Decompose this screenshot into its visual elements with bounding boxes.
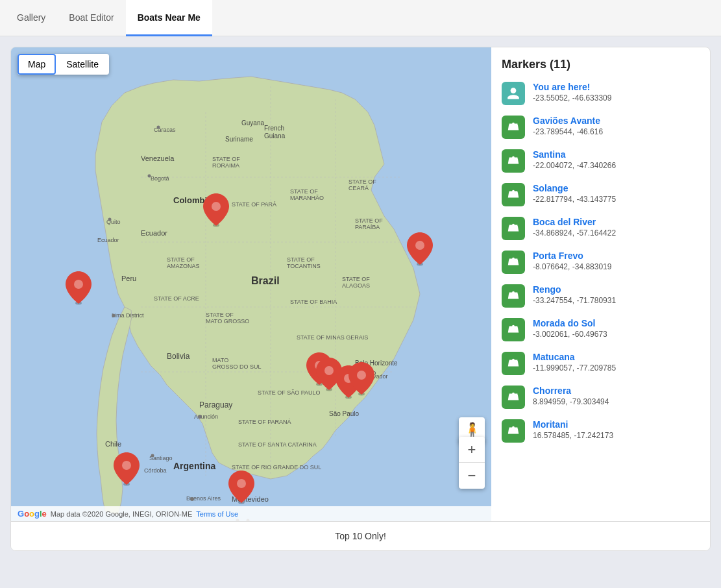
marker-icon-5	[502, 251, 525, 274]
svg-point-64	[415, 241, 424, 250]
marker-info-7: Morada do Sol-3.002061, -60.49673	[533, 318, 700, 339]
svg-text:STATE OF: STATE OF	[342, 276, 370, 282]
marker-name-9[interactable]: Chorrera	[533, 386, 700, 396]
marker-name-5[interactable]: Porta Frevo	[533, 251, 700, 261]
svg-text:Bolivia: Bolivia	[167, 352, 190, 361]
marker-name-1[interactable]: Gaviões Avante	[533, 116, 700, 126]
svg-text:GROSSO DO SUL: GROSSO DO SUL	[212, 363, 262, 370]
marker-name-10[interactable]: Moritani	[533, 419, 700, 430]
svg-text:STATE OF: STATE OF	[167, 256, 195, 263]
svg-point-83	[198, 415, 202, 419]
marker-item-3[interactable]: Solange-22.817794, -43.143775	[502, 183, 700, 206]
svg-text:STATE OF PARÁ: STATE OF PARÁ	[232, 201, 276, 208]
svg-text:RORAIMA: RORAIMA	[212, 162, 239, 169]
svg-text:STATE OF: STATE OF	[206, 312, 234, 318]
svg-text:ALAGOAS: ALAGOAS	[342, 282, 370, 289]
tab-boat-editor[interactable]: Boat Editor	[57, 0, 125, 36]
zoom-out-button[interactable]: −	[459, 463, 485, 489]
svg-text:STATE OF: STATE OF	[287, 256, 315, 263]
marker-item-0[interactable]: You are here!-23.55052, -46.633309	[502, 82, 700, 105]
marker-name-8[interactable]: Matucana	[533, 352, 700, 362]
svg-text:Asunción: Asunción	[194, 413, 218, 420]
svg-text:STATE OF SANTA CATARINA: STATE OF SANTA CATARINA	[238, 441, 317, 448]
terms-link[interactable]: Terms of Use	[196, 510, 238, 518]
svg-text:STATE OF: STATE OF	[212, 156, 240, 162]
bottom-bar[interactable]: Top 10 Only!	[11, 521, 710, 550]
svg-point-66	[74, 280, 83, 289]
map-footer: Google Map data ©2020 Google, INEGI, ORI…	[11, 506, 491, 521]
marker-name-6[interactable]: Rengo	[533, 284, 700, 295]
marker-info-3: Solange-22.817794, -43.143775	[533, 183, 700, 204]
marker-info-9: Chorrera8.894959, -79.303494	[533, 386, 700, 406]
tab-boats-near-me[interactable]: Boats Near Me	[126, 0, 212, 36]
google-logo: Google	[18, 509, 47, 519]
zoom-in-button[interactable]: +	[459, 437, 485, 463]
svg-point-79	[157, 126, 160, 129]
svg-text:Bogotá: Bogotá	[151, 175, 169, 182]
marker-coords-3: -22.817794, -43.143775	[533, 195, 700, 204]
svg-text:TOCANTINS: TOCANTINS	[287, 263, 321, 269]
svg-text:STATE OF SÃO PAULO: STATE OF SÃO PAULO	[258, 389, 321, 396]
svg-text:Guyana: Guyana	[241, 119, 264, 127]
marker-item-4[interactable]: Boca del River-34.868924, -57.164422	[502, 217, 700, 240]
marker-info-1: Gaviões Avante-23.789544, -46.616	[533, 116, 700, 136]
marker-name-4[interactable]: Boca del River	[533, 217, 700, 227]
marker-icon-10	[502, 419, 525, 443]
map-attribution: Map data ©2020 Google, INEGI, ORION-ME	[51, 510, 192, 518]
marker-info-2: Santina-22.004072, -47.340266	[533, 149, 700, 170]
svg-point-78	[237, 479, 246, 488]
marker-coords-9: 8.894959, -79.303494	[533, 397, 700, 406]
marker-info-0: You are here!-23.55052, -46.633309	[533, 82, 700, 103]
svg-text:French: French	[264, 125, 284, 132]
marker-item-7[interactable]: Morada do Sol-3.002061, -60.49673	[502, 318, 700, 341]
map-toggle-map[interactable]: Map	[18, 54, 56, 75]
svg-point-70	[324, 366, 334, 375]
tab-bar: Gallery Boat Editor Boats Near Me	[0, 0, 721, 36]
svg-text:Córdoba: Córdoba	[144, 467, 167, 474]
marker-item-8[interactable]: Matucana-11.999057, -77.209785	[502, 352, 700, 375]
svg-text:STATE OF: STATE OF	[290, 188, 318, 195]
svg-point-81	[108, 218, 112, 221]
svg-text:STATE OF RIO GRANDE DO SUL: STATE OF RIO GRANDE DO SUL	[232, 464, 321, 471]
svg-text:STATE OF: STATE OF	[355, 217, 383, 224]
marker-coords-0: -23.55052, -46.633309	[533, 93, 700, 103]
marker-coords-1: -23.789544, -46.616	[533, 127, 700, 136]
marker-item-10[interactable]: Moritani16.578485, -17.242173	[502, 419, 700, 443]
marker-item-5[interactable]: Porta Frevo-8.076642, -34.883019	[502, 251, 700, 274]
marker-icon-7	[502, 318, 525, 341]
marker-name-2[interactable]: Santina	[533, 149, 700, 160]
svg-point-85	[190, 497, 194, 501]
marker-icon-4	[502, 217, 525, 240]
marker-coords-5: -8.076642, -34.883019	[533, 262, 700, 271]
marker-item-1[interactable]: Gaviões Avante-23.789544, -46.616	[502, 116, 700, 139]
main-card: Colombia Ecuador Peru Brazil Bolivia Par…	[10, 47, 711, 551]
svg-point-76	[122, 461, 131, 470]
marker-item-9[interactable]: Chorrera8.894959, -79.303494	[502, 386, 700, 409]
markers-title: Markers (11)	[502, 58, 700, 71]
marker-name-7[interactable]: Morada do Sol	[533, 318, 700, 328]
markers-list: You are here!-23.55052, -46.633309Gaviõe…	[502, 82, 700, 443]
svg-point-62	[212, 202, 221, 211]
svg-text:MATO GROSSO: MATO GROSSO	[206, 318, 249, 325]
map-view[interactable]: Colombia Ecuador Peru Brazil Bolivia Par…	[11, 47, 491, 521]
tab-gallery[interactable]: Gallery	[5, 0, 57, 36]
bottom-bar-label: Top 10 Only!	[335, 531, 386, 541]
map-container: Colombia Ecuador Peru Brazil Bolivia Par…	[11, 47, 491, 521]
marker-item-6[interactable]: Rengo-33.247554, -71.780931	[502, 284, 700, 308]
marker-name-0[interactable]: You are here!	[533, 82, 700, 92]
marker-icon-2	[502, 149, 525, 173]
marker-icon-9	[502, 386, 525, 409]
svg-point-74	[357, 371, 366, 380]
marker-coords-8: -11.999057, -77.209785	[533, 363, 700, 373]
markers-panel: Markers (11) You are here!-23.55052, -46…	[491, 47, 710, 521]
map-toggle-satellite[interactable]: Satellite	[56, 54, 109, 75]
svg-text:STATE OF PARANÁ: STATE OF PARANÁ	[238, 419, 291, 425]
map-toggle-group: Map Satellite	[18, 54, 109, 75]
svg-text:STATE OF BAHIA: STATE OF BAHIA	[290, 299, 337, 305]
marker-name-3[interactable]: Solange	[533, 183, 700, 193]
svg-point-82	[112, 314, 116, 317]
svg-text:Lima District: Lima District	[112, 312, 144, 319]
marker-coords-6: -33.247554, -71.780931	[533, 296, 700, 305]
svg-text:Guiana: Guiana	[264, 132, 286, 140]
marker-item-2[interactable]: Santina-22.004072, -47.340266	[502, 149, 700, 173]
